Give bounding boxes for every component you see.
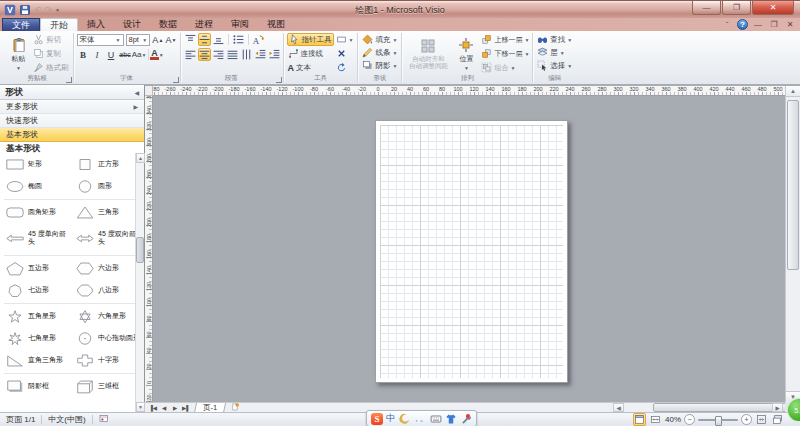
shape-item-pentagon[interactable]: 五边形 xyxy=(0,257,70,279)
connector-button[interactable]: 连接线 xyxy=(287,47,334,60)
scroll-down-icon[interactable]: ▼ xyxy=(136,402,145,412)
tab-insert[interactable]: 插入 xyxy=(78,18,114,31)
tab-home[interactable]: 开始 xyxy=(40,18,78,31)
font-color-button[interactable]: A▼ xyxy=(151,48,164,61)
soft-keyboard-icon[interactable] xyxy=(430,413,442,425)
previous-page-button[interactable]: ◀ xyxy=(159,405,169,411)
align-middle-button[interactable] xyxy=(198,33,211,46)
first-page-button[interactable]: ▐◀ xyxy=(148,405,158,411)
shadow-button[interactable]: 阴影▼ xyxy=(361,59,398,72)
align-right-button[interactable] xyxy=(212,48,225,61)
scroll-right-icon[interactable]: ▶ xyxy=(772,403,783,412)
grow-font-button[interactable]: A▲ xyxy=(152,33,163,46)
shrink-font-button[interactable]: A▼ xyxy=(165,33,176,46)
shape-item-rounded[interactable]: 圆角矩形 xyxy=(0,201,70,223)
tab-view[interactable]: 视图 xyxy=(258,18,294,31)
paste-button[interactable]: 粘贴▼ xyxy=(5,33,32,74)
zoom-in-button[interactable]: + xyxy=(741,414,752,425)
quick-shapes-item[interactable]: 快速形状 xyxy=(0,114,144,128)
half-full-width-icon[interactable] xyxy=(398,413,410,425)
layers-button[interactable]: 层▼ xyxy=(536,46,573,59)
send-backward-button[interactable]: 下移一层▼ xyxy=(481,47,529,60)
tab-file[interactable]: 文件 xyxy=(2,18,40,31)
drawing-page[interactable] xyxy=(375,120,568,383)
shape-item-rect[interactable]: 矩形 xyxy=(0,153,70,175)
skin-icon[interactable] xyxy=(445,413,457,425)
select-button[interactable]: 选择▼ xyxy=(536,59,573,72)
bullets-button[interactable] xyxy=(232,33,245,46)
zoom-out-button[interactable]: − xyxy=(684,414,695,425)
align-left-button[interactable] xyxy=(184,48,197,61)
next-page-button[interactable]: ▶ xyxy=(170,405,180,411)
increase-indent-button[interactable] xyxy=(268,48,281,61)
ime-settings-wrench-icon[interactable] xyxy=(460,413,472,425)
ime-mode-button[interactable]: 中 xyxy=(386,412,395,425)
font-size-combobox[interactable]: 8pt▼ xyxy=(126,34,151,46)
shape-item-circle[interactable]: 圆形 xyxy=(70,175,135,197)
shape-item-cross[interactable]: 十字形 xyxy=(70,349,135,371)
shape-item-heptagon[interactable]: 七边形 xyxy=(0,279,70,301)
vertical-scrollbar[interactable]: ▲ ▼ xyxy=(785,86,800,402)
doc-restore-icon[interactable]: ❐ xyxy=(768,20,780,29)
shape-item-rtriangle[interactable]: 直角三角形 xyxy=(0,349,70,371)
shape-item-star5[interactable]: 五角星形 xyxy=(0,305,70,327)
bold-button[interactable]: B xyxy=(77,48,90,61)
fill-button[interactable]: 填充▼ xyxy=(361,33,398,46)
change-case-button[interactable]: Aa▼ xyxy=(133,48,146,61)
text-tool-button[interactable]: A文本 xyxy=(287,61,334,74)
zoom-slider[interactable] xyxy=(698,419,738,421)
scroll-up-icon[interactable]: ▲ xyxy=(786,86,800,97)
pointer-tool-button[interactable]: 指针工具 xyxy=(287,33,334,46)
scroll-up-icon[interactable]: ▲ xyxy=(136,153,145,163)
shape-item-ellipse[interactable]: 椭圆 xyxy=(0,175,70,197)
rotate-text-button[interactable]: A xyxy=(252,33,265,46)
align-top-button[interactable] xyxy=(184,33,197,46)
shape-item-octagon[interactable]: 八边形 xyxy=(70,279,135,301)
stencil-scrollbar[interactable]: ▲ ▼ xyxy=(135,153,144,412)
vertical-scrollbar-thumb[interactable] xyxy=(787,100,799,270)
more-shapes-item[interactable]: 更多形状 ▶ xyxy=(0,100,144,114)
justify-button[interactable] xyxy=(226,48,239,61)
strikethrough-button[interactable]: abc xyxy=(119,48,132,61)
line-button[interactable]: 线条▼ xyxy=(361,46,398,59)
shape-item-arrow1[interactable]: 45 度单向箭头 xyxy=(0,223,70,253)
align-center-button[interactable] xyxy=(198,48,211,61)
collapse-panel-icon[interactable]: ◀ xyxy=(134,89,139,96)
insert-page-icon[interactable] xyxy=(229,403,242,412)
help-icon[interactable]: ? xyxy=(737,19,748,30)
decrease-indent-button[interactable] xyxy=(254,48,267,61)
rectangle-tool-button[interactable]: ▼ xyxy=(335,33,355,46)
copy-button[interactable]: 复制 xyxy=(32,47,70,60)
format-painter-button[interactable]: 格式刷 xyxy=(32,61,70,74)
shape-item-shadowbox[interactable]: 阴影框 xyxy=(0,375,70,397)
auto-align-button[interactable]: 自动对齐和自动调整间距 xyxy=(405,33,451,74)
fit-page-button[interactable] xyxy=(755,413,768,426)
horizontal-scrollbar[interactable]: ◀ xyxy=(613,403,757,412)
shape-item-square[interactable]: 正方形 xyxy=(70,153,135,175)
rotate-tool-button[interactable] xyxy=(335,61,355,74)
drawing-canvas[interactable] xyxy=(153,96,785,402)
connection-point-button[interactable] xyxy=(335,47,355,60)
macro-record-button[interactable] xyxy=(93,413,116,426)
position-button[interactable]: 位置▼ xyxy=(454,33,478,74)
close-button[interactable]: ✕ xyxy=(752,1,794,15)
page-width-view-button[interactable] xyxy=(649,413,662,426)
align-bottom-button[interactable] xyxy=(212,33,225,46)
paragraph-dialog-launcher[interactable] xyxy=(276,77,282,83)
maximize-button[interactable]: ❐ xyxy=(722,1,751,15)
find-button[interactable]: 查找▼ xyxy=(536,33,573,46)
shape-item-star7[interactable]: 七角星形 xyxy=(0,327,70,349)
font-dialog-launcher[interactable] xyxy=(173,77,179,83)
switch-windows-button[interactable] xyxy=(771,413,784,426)
tab-design[interactable]: 设计 xyxy=(114,18,150,31)
clipboard-dialog-launcher[interactable] xyxy=(66,77,72,83)
stencil-scrollbar-thumb[interactable] xyxy=(136,237,144,263)
doc-minimize-icon[interactable]: — xyxy=(752,20,764,29)
sogou-logo-icon[interactable]: S xyxy=(371,413,383,425)
cut-button[interactable]: 剪切 xyxy=(32,33,70,46)
last-page-button[interactable]: ▶▌ xyxy=(181,405,191,411)
shape-item-triangle[interactable]: 三角形 xyxy=(70,201,135,223)
italic-button[interactable]: I xyxy=(91,48,104,61)
minimize-ribbon-icon[interactable]: ˆ xyxy=(721,20,733,29)
font-family-combobox[interactable]: 宋体▼ xyxy=(77,34,124,46)
